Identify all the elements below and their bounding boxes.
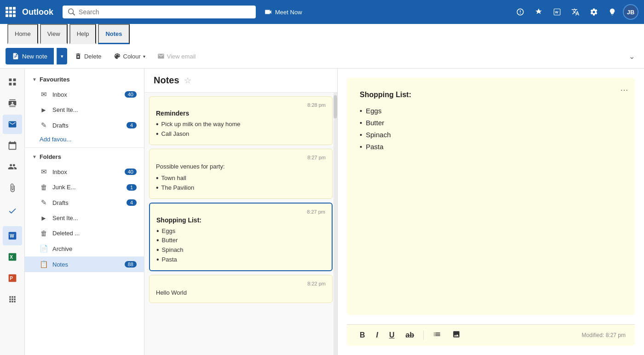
nav-icon-attachments[interactable] [3, 178, 22, 198]
note-title: Reminders [156, 110, 326, 117]
settings-icon-btn[interactable] [586, 4, 602, 20]
sidebar-item-folder-sent[interactable]: ► Sent Ite... [25, 210, 144, 226]
strikethrough-button[interactable]: ab [402, 329, 418, 341]
sidebar-item-fav-inbox[interactable]: ✉ Inbox 40 [25, 87, 144, 102]
star-favourite-icon[interactable]: ☆ [184, 76, 191, 86]
scrollbar-thumb[interactable] [334, 95, 337, 118]
note-card-shopping[interactable]: 8:27 pm Shopping List: •Eggs •Butter •Sp… [149, 203, 333, 271]
bold-button[interactable]: B [356, 329, 369, 341]
sidebar-item-folder-junk[interactable]: 🗑 Junk E... 1 [25, 180, 144, 195]
nav-icon-apps[interactable] [3, 72, 22, 92]
bullet-list-button[interactable] [429, 328, 445, 342]
folder-inbox-badge: 40 [125, 169, 137, 175]
search-input[interactable] [79, 8, 250, 16]
nav-icon-calendar[interactable] [3, 136, 22, 155]
skype-icon-btn[interactable] [512, 4, 528, 20]
note-bullet-item: The Pavilion [161, 183, 195, 192]
sidebar-item-folder-archive[interactable]: 📄 Archive [25, 241, 144, 256]
view-email-button[interactable]: View email [153, 50, 201, 63]
note-card-venues[interactable]: 8:27 pm Possible venues for party: •Town… [149, 149, 333, 199]
notes-badge: 88 [125, 261, 137, 268]
note-body-text: Hello World [156, 288, 326, 297]
tab-notes[interactable]: Notes [98, 24, 129, 44]
new-note-button[interactable]: New note [6, 48, 54, 64]
notes-sidebar-icon: 📋 [40, 260, 48, 268]
junk-icon: 🗑 [40, 183, 48, 191]
tab-view[interactable]: View [40, 24, 68, 44]
note-card-hello[interactable]: 8:22 pm Hello World [149, 275, 333, 303]
folder-drafts-badge: 4 [126, 199, 137, 206]
note-body: •Pick up milk on the way home •Call Jaso… [156, 120, 326, 139]
sidebar-item-folder-deleted[interactable]: 🗑 Deleted ... [25, 226, 144, 241]
colour-dropdown-icon: ▾ [143, 54, 145, 59]
more-options-button[interactable]: … [620, 83, 629, 93]
colour-button[interactable]: Colour ▾ [109, 50, 150, 63]
note-body: •Eggs •Butter •Spinach •Pasta [156, 227, 325, 265]
toolbar-separator [423, 331, 424, 340]
sidebar-item-folder-inbox[interactable]: ✉ Inbox 40 [25, 164, 144, 180]
drafts-badge: 4 [126, 122, 137, 128]
underline-button[interactable]: U [385, 329, 398, 341]
editor-bullet-eggs: • Eggs [360, 105, 622, 116]
nav-icon-tasks[interactable] [3, 201, 22, 221]
app-logo: Outlook [22, 7, 53, 17]
favourites-chevron: ▼ [32, 77, 37, 82]
nav-icon-powerpoint[interactable]: P [3, 268, 22, 288]
editor-bullet-butter: • Butter [360, 117, 622, 128]
note-time: 8:28 pm [156, 102, 326, 108]
bullet-dot: • [360, 117, 362, 128]
bullet-dot: • [360, 141, 362, 152]
word-icon-btn[interactable]: W [549, 4, 565, 20]
meet-now-btn[interactable]: Meet Now [260, 6, 306, 18]
tab-help[interactable]: Help [69, 24, 97, 44]
note-bullet-item: Pick up milk on the way home [161, 120, 241, 129]
italic-button[interactable]: I [373, 329, 382, 341]
junk-badge: 1 [126, 184, 137, 191]
nav-icon-excel[interactable]: X [3, 247, 22, 267]
note-card-reminders[interactable]: 8:28 pm Reminders •Pick up milk on the w… [149, 96, 333, 145]
image-insert-button[interactable] [448, 328, 464, 342]
diamond-icon-btn[interactable] [531, 4, 546, 20]
note-bullet-item: Call Jason [161, 129, 190, 139]
nav-icon-word[interactable]: W [3, 226, 22, 245]
add-favourite-link[interactable]: Add favou... [25, 133, 144, 145]
diamond-icon [535, 8, 543, 16]
search-bar[interactable] [63, 6, 256, 18]
app-launcher-icon[interactable] [6, 7, 16, 17]
sidebar-item-folder-drafts[interactable]: ✎ Drafts 4 [25, 195, 144, 210]
nav-icon-people[interactable] [3, 157, 22, 176]
folders-section[interactable]: ▼ Folders [25, 150, 144, 164]
note-body: Possible venues for party: •Town hall •T… [156, 162, 326, 193]
nav-icon-mail[interactable] [3, 115, 22, 134]
ribbon-expand-btn[interactable]: ⌄ [625, 50, 638, 63]
sidebar-item-fav-drafts[interactable]: ✎ Drafts 4 [25, 117, 144, 133]
sidebar: ▼ Favourites ✉ Inbox 40 ► Sent Ite... ✎ … [25, 69, 144, 355]
delete-button[interactable]: Delete [70, 50, 106, 63]
editor-title: Shopping List: [360, 89, 622, 101]
note-time: 8:22 pm [156, 281, 326, 286]
sidebar-item-fav-sent[interactable]: ► Sent Ite... [25, 102, 144, 117]
folders-chevron: ▼ [32, 154, 37, 159]
video-icon [264, 8, 272, 16]
folder-drafts-icon: ✎ [40, 198, 48, 207]
lightbulb-icon-btn[interactable] [604, 4, 620, 20]
nav-icon-more-apps[interactable] [3, 290, 22, 309]
avatar[interactable]: JB [623, 4, 638, 20]
ribbon-actions: New note ▾ Delete Colour ▾ View email ⌄ [0, 44, 644, 68]
sent-icon: ► [40, 106, 48, 114]
modified-text: Modified: 8:27 pm [582, 332, 626, 338]
folder-sent-icon: ► [40, 214, 48, 222]
tab-home[interactable]: Home [7, 24, 38, 44]
sidebar-item-folder-notes[interactable]: 📋 Notes 88 [25, 256, 144, 272]
nav-icon-contacts[interactable] [3, 93, 22, 113]
new-note-dropdown[interactable]: ▾ [57, 48, 67, 64]
notes-scroll[interactable]: 8:28 pm Reminders •Pick up milk on the w… [144, 93, 337, 355]
svg-text:W: W [555, 10, 559, 14]
note-editor-content[interactable]: … Shopping List: • Eggs • Butter • Spina… [347, 78, 635, 315]
scrollbar-track [334, 93, 337, 355]
svg-text:X: X [10, 255, 13, 260]
translate-icon-btn[interactable] [568, 4, 583, 20]
favourites-section[interactable]: ▼ Favourites [25, 72, 144, 87]
svg-text:W: W [10, 233, 14, 239]
archive-icon: 📄 [40, 244, 48, 253]
